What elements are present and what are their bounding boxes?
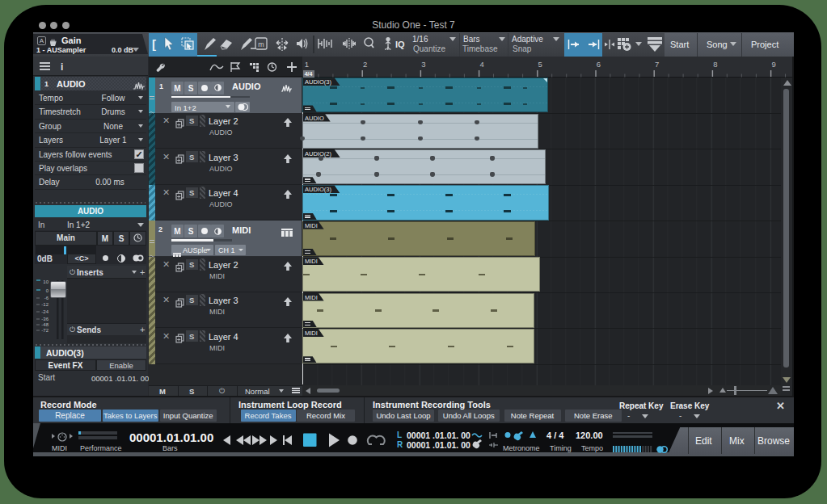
svg-text:10: 10: [43, 279, 49, 284]
svg-text:-24: -24: [41, 309, 49, 314]
svg-text:-48: -48: [41, 322, 49, 327]
svg-text:0: 0: [46, 288, 49, 293]
svg-text:-6: -6: [44, 296, 49, 300]
svg-text:m: m: [258, 40, 264, 48]
svg-text:-36: -36: [41, 317, 49, 321]
svg-text:-12: -12: [41, 302, 49, 307]
svg-text:-72: -72: [41, 328, 49, 333]
